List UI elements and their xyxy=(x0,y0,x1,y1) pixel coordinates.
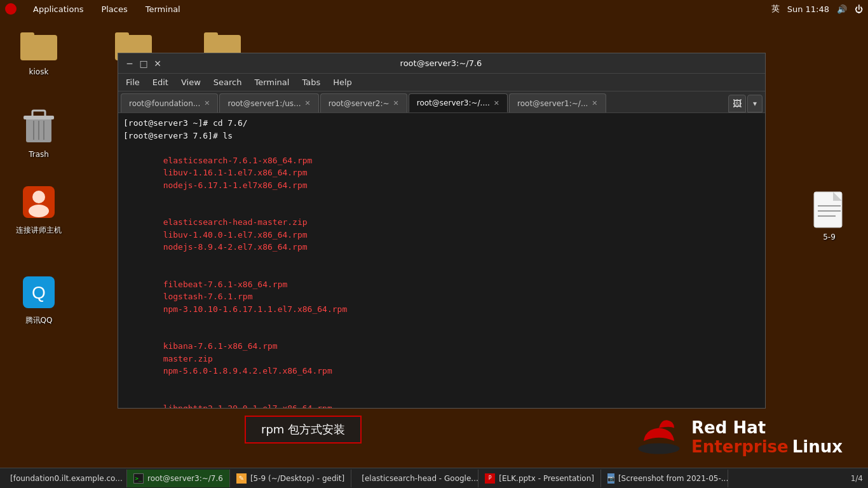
menu-tabs[interactable]: Tabs xyxy=(297,76,325,88)
terminal-menubar: File Edit View Search Terminal Tabs Help xyxy=(118,74,765,92)
svg-point-22 xyxy=(639,443,680,454)
close-button[interactable]: ✕ xyxy=(151,57,164,70)
menu-applications[interactable]: Applications xyxy=(29,3,87,15)
terminal-title: root@server3:~/7.6 xyxy=(164,58,718,68)
taskbar-foundation-label: [foundation0.ilt.example.co... xyxy=(10,474,123,483)
taskbar-terminal-icon: >_ xyxy=(133,473,144,484)
terminal-window: ─ □ ✕ root@server3:~/7.6 File Edit View … xyxy=(118,53,766,409)
desktop-icon-file59[interactable]: 5-9 xyxy=(801,189,858,241)
svg-rect-3 xyxy=(115,32,129,40)
volume-icon[interactable]: 🔊 xyxy=(837,4,847,14)
svg-rect-5 xyxy=(204,32,218,40)
page-indicator: 1/4 xyxy=(851,474,863,483)
titlebar-buttons: ─ □ ✕ xyxy=(123,57,164,70)
minimize-button[interactable]: ─ xyxy=(123,57,136,70)
top-bar-left: Applications Places Terminal xyxy=(5,3,184,15)
datetime-display: Sun 11:48 xyxy=(787,4,829,14)
taskbar: [foundation0.ilt.example.co... >_ root@s… xyxy=(0,468,868,488)
menu-terminal[interactable]: Terminal xyxy=(142,3,184,15)
term-line-files3: filebeat-7.6.1-x86_64.rpm logstash-7.6.1… xyxy=(123,266,760,328)
menu-edit[interactable]: Edit xyxy=(147,76,173,88)
tab-close-1[interactable]: ✕ xyxy=(305,99,311,107)
taskbar-item-chrome[interactable]: [elasticsearch-head - Google... xyxy=(351,470,478,487)
top-menubar: Applications Places Terminal 英 Sun 11:48… xyxy=(0,0,868,18)
trash-label: Trash xyxy=(29,150,49,159)
taskbar-terminal-label: root@server3:~/7.6 xyxy=(147,474,223,483)
annotation-box: rpm 包方式安装 xyxy=(245,416,362,444)
taskbar-edit-icon: ✎ xyxy=(236,473,247,484)
menu-places[interactable]: Places xyxy=(97,3,131,15)
menu-help[interactable]: Help xyxy=(328,76,357,88)
svg-text:Q: Q xyxy=(32,283,46,302)
tab-close-4[interactable]: ✕ xyxy=(592,99,597,107)
taskbar-screenshot-icon: 📷 xyxy=(607,473,614,484)
tab-foundation[interactable]: root@foundation... ✕ xyxy=(121,93,218,112)
redhat-enterprise-logo: Red Hat Enterprise Linux xyxy=(637,418,843,456)
power-icon[interactable]: ⏻ xyxy=(855,4,863,14)
term-line-cd: [root@server3 ~]# cd 7.6/ xyxy=(123,117,760,130)
tab-photo-button[interactable]: 🖼 xyxy=(728,95,746,112)
redhat-hat-icon xyxy=(637,418,681,456)
desktop-icon-kiosk[interactable]: kiosk xyxy=(10,24,67,76)
taskbar-right: 1/4 xyxy=(846,474,868,483)
svg-rect-8 xyxy=(32,111,45,117)
taskbar-item-foundation[interactable]: [foundation0.ilt.example.co... xyxy=(0,470,127,487)
taskbar-chrome-label: [elasticsearch-head - Google... xyxy=(362,474,478,483)
terminal-titlebar: ─ □ ✕ root@server3:~/7.6 xyxy=(118,53,765,74)
annotation-text: rpm 包方式安装 xyxy=(261,423,345,436)
taskbar-pdf-icon: P xyxy=(485,473,495,484)
tab-server1-us[interactable]: root@server1:/us... ✕ xyxy=(219,93,318,112)
menu-search[interactable]: Search xyxy=(208,76,247,88)
taskbar-item-terminal[interactable]: >_ root@server3:~/7.6 xyxy=(127,470,230,487)
file59-label: 5-9 xyxy=(823,233,836,241)
taskbar-item-screenshot[interactable]: 📷 [Screenshot from 2021-05-... xyxy=(601,470,728,487)
taskbar-gedit-label: [5-9 (~/Desktop) - gedit] xyxy=(250,474,344,483)
taskbar-item-gedit[interactable]: ✎ [5-9 (~/Desktop) - gedit] xyxy=(230,470,351,487)
tab-close-3[interactable]: ✕ xyxy=(494,99,499,107)
tab-close-0[interactable]: ✕ xyxy=(204,99,210,107)
menu-terminal[interactable]: Terminal xyxy=(249,76,294,88)
kiosk-folder-icon xyxy=(18,24,59,65)
term-line-files2: elasticsearch-head-master.zip libuv-1.40… xyxy=(123,204,760,266)
tab-close-2[interactable]: ✕ xyxy=(393,99,399,107)
kiosk-folder-label: kiosk xyxy=(29,67,49,76)
desktop-icon-trash[interactable]: Trash xyxy=(10,107,67,159)
connect-icon xyxy=(18,182,59,222)
menu-file[interactable]: File xyxy=(121,76,145,88)
svg-point-14 xyxy=(29,205,49,217)
term-line-files4: kibana-7.6.1-x86_64.rpm master.zip npm-5… xyxy=(123,328,760,390)
tab-server3[interactable]: root@server3:~/.... ✕ xyxy=(409,93,508,112)
redhat-logo-icon xyxy=(5,3,17,15)
tab-server1-home[interactable]: root@server1:~/... ✕ xyxy=(509,93,606,112)
term-line-files5: libnghttp2-1.29.0-1.el7.x86_64.rpm metri… xyxy=(123,390,760,408)
term-line-files1: elasticsearch-7.6.1-x86_64.rpm libuv-1.1… xyxy=(123,142,760,204)
qq-label: 腾讯QQ xyxy=(25,315,53,326)
linux-text: Linux xyxy=(792,437,843,456)
terminal-tabs: root@foundation... ✕ root@server1:/us...… xyxy=(118,92,765,113)
top-bar-right: 英 Sun 11:48 🔊 ⏻ xyxy=(771,3,863,15)
taskbar-screenshot-label: [Screenshot from 2021-05-... xyxy=(618,474,728,483)
terminal-content[interactable]: [root@server3 ~]# cd 7.6/ [root@server3 … xyxy=(118,113,765,408)
maximize-button[interactable]: □ xyxy=(137,57,150,70)
redhat-brand-text: Red Hat xyxy=(691,418,766,437)
desktop-icon-qq[interactable]: Q 腾讯QQ xyxy=(10,272,67,326)
tab-arrow-button[interactable]: ▾ xyxy=(747,95,763,112)
taskbar-presentation-label: [ELK.pptx - Presentation] xyxy=(499,474,594,483)
tab-server2[interactable]: root@server2:~ ✕ xyxy=(320,93,407,112)
trash-icon xyxy=(18,107,59,147)
term-line-ls: [root@server3 7.6]# ls xyxy=(123,130,760,142)
file59-icon xyxy=(809,189,850,230)
desktop-icon-connect[interactable]: 连接讲师主机 xyxy=(10,182,67,236)
desktop: kiosk xyxy=(0,18,868,488)
svg-rect-1 xyxy=(20,32,34,40)
menu-view[interactable]: View xyxy=(176,76,206,88)
svg-point-13 xyxy=(32,191,45,203)
language-indicator[interactable]: 英 xyxy=(771,3,780,15)
enterprise-text: Enterprise xyxy=(691,437,789,456)
taskbar-item-presentation[interactable]: P [ELK.pptx - Presentation] xyxy=(478,470,601,487)
redhat-text-container: Red Hat Enterprise Linux xyxy=(691,418,843,456)
connect-label: 连接讲师主机 xyxy=(16,225,62,236)
qq-icon: Q xyxy=(18,272,59,313)
